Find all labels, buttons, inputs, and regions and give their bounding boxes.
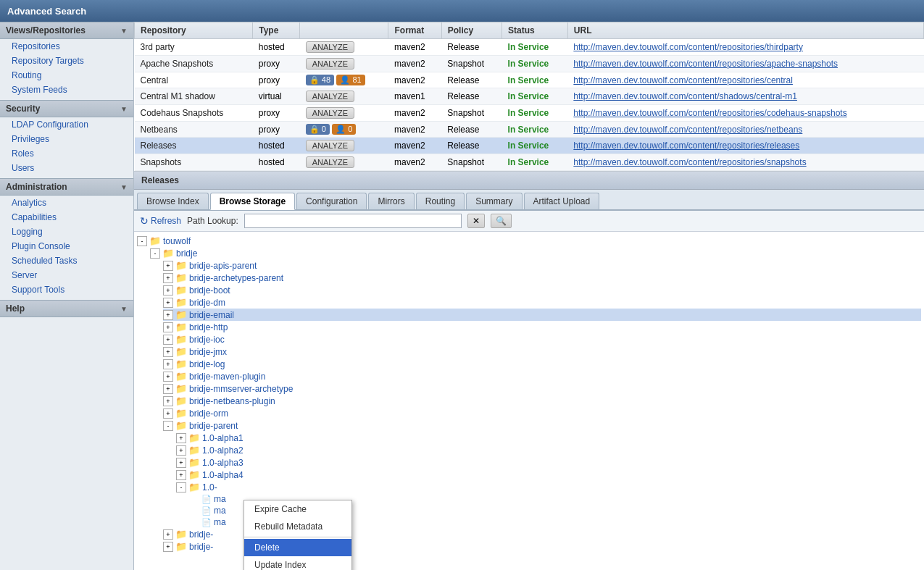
repo-url-link[interactable]: http://maven.dev.touwolf.com/content/rep…	[573, 108, 846, 118]
repo-url[interactable]: http://maven.dev.touwolf.com/content/rep…	[567, 154, 923, 171]
tab-artifact-upload[interactable]: Artifact Upload	[524, 193, 600, 209]
analyze-button[interactable]: ANALYZE	[306, 140, 354, 151]
expand-icon[interactable]: +	[163, 372, 173, 382]
sidebar-section-security[interactable]: Security▼	[0, 100, 133, 117]
tree-node[interactable]: +📁bridje-apis-parent	[163, 259, 921, 272]
tab-browse-index[interactable]: Browse Index	[137, 193, 209, 209]
tree-node[interactable]: +📁bridje-dm	[163, 296, 921, 309]
tree-node-root[interactable]: -📁touwolf	[137, 235, 921, 247]
expand-icon[interactable]: +	[163, 322, 173, 332]
repo-badge[interactable]: 🔒 0 👤 0	[300, 122, 388, 138]
repo-url-link[interactable]: http://maven.dev.touwolf.com/content/rep…	[573, 75, 793, 85]
tree-node[interactable]: +📁bridje-maven-plugin	[163, 370, 921, 382]
expand-icon[interactable]: +	[176, 445, 186, 456]
repo-badge[interactable]: ANALYZE	[300, 105, 388, 122]
tree-node[interactable]: +📁bridje-log	[163, 358, 921, 370]
analyze-button[interactable]: ANALYZE	[306, 58, 354, 70]
sidebar-item-routing[interactable]: Routing	[0, 68, 133, 83]
table-row[interactable]: Centralproxy🔒 48 👤 81maven2ReleaseIn Ser…	[135, 72, 924, 88]
tab-browse-storage[interactable]: Browse Storage	[210, 193, 295, 210]
tree-node[interactable]: +📁bridje-boot	[163, 284, 921, 296]
sidebar-item-ldap-config[interactable]: LDAP Configuration	[0, 117, 133, 132]
tree-node[interactable]: +📁bridje-http	[163, 321, 921, 333]
tree-node[interactable]: +📁bridje-netbeans-plugin	[163, 395, 921, 407]
expand-icon[interactable]: +	[163, 298, 173, 308]
path-lookup-input[interactable]	[244, 214, 462, 228]
expand-icon[interactable]: +	[163, 285, 173, 296]
expand-icon[interactable]: +	[176, 458, 186, 468]
refresh-button[interactable]: ↻ Refresh	[140, 215, 181, 227]
expand-icon[interactable]: -	[176, 482, 186, 493]
tab-configuration[interactable]: Configuration	[296, 193, 367, 209]
table-row[interactable]: Codehaus SnapshotsproxyANALYZEmaven2Snap…	[135, 105, 924, 122]
sidebar-item-capabilities[interactable]: Capabilities	[0, 210, 133, 225]
tab-mirrors[interactable]: Mirrors	[368, 193, 414, 209]
repo-url[interactable]: http://maven.dev.touwolf.com/content/sha…	[567, 88, 923, 105]
sidebar-item-privileges[interactable]: Privileges	[0, 132, 133, 146]
repo-url[interactable]: http://maven.dev.touwolf.com/content/rep…	[567, 122, 923, 138]
repo-badge[interactable]: 🔒 48 👤 81	[300, 72, 388, 88]
analyze-button[interactable]: ANALYZE	[306, 107, 354, 119]
repo-url-link[interactable]: http://maven.dev.touwolf.com/content/rep…	[573, 141, 799, 151]
sidebar-item-analytics[interactable]: Analytics	[0, 196, 133, 210]
expand-icon[interactable]: +	[163, 347, 173, 357]
tree-node[interactable]: +📁bridje-orm	[163, 407, 921, 419]
sidebar-item-plugin-console[interactable]: Plugin Console	[0, 239, 133, 253]
repo-badge[interactable]: ANALYZE	[300, 56, 388, 72]
table-row[interactable]: 3rd partyhostedANALYZEmaven2ReleaseIn Se…	[135, 39, 924, 56]
context-menu-item-expire-cache[interactable]: Expire Cache	[244, 500, 351, 518]
tree-node[interactable]: +📁1.0-alpha2	[176, 444, 921, 456]
table-row[interactable]: SnapshotshostedANALYZEmaven2SnapshotIn S…	[135, 154, 924, 171]
analyze-button[interactable]: ANALYZE	[306, 156, 354, 168]
search-button[interactable]: 🔍	[491, 214, 512, 228]
repo-badge[interactable]: ANALYZE	[300, 88, 388, 105]
table-row[interactable]: ReleaseshostedANALYZEmaven2ReleaseIn Ser…	[135, 138, 924, 154]
sidebar-item-users[interactable]: Users	[0, 161, 133, 175]
clear-button[interactable]: ✕	[467, 214, 485, 228]
tree-node[interactable]: +📁1.0-alpha4	[176, 469, 921, 481]
expand-icon[interactable]: +	[163, 408, 173, 419]
tree-node[interactable]: +📁1.0-alpha1	[176, 432, 921, 444]
tree-node[interactable]: +📁1.0-alpha3	[176, 456, 921, 469]
tree-node[interactable]: -📁1.0-	[176, 481, 921, 493]
expand-icon[interactable]: +	[163, 542, 173, 552]
context-menu-item-rebuild-metadata[interactable]: Rebuild Metadata	[244, 518, 351, 535]
sidebar-section-views-repos[interactable]: Views/Repositories▼	[0, 22, 133, 39]
tree-node[interactable]: +📁bridje-mmserver-archetype	[163, 382, 921, 395]
expand-icon[interactable]: +	[163, 335, 173, 345]
expand-icon[interactable]: -	[150, 248, 160, 259]
repo-url[interactable]: http://maven.dev.touwolf.com/content/rep…	[567, 39, 923, 56]
tree-node[interactable]: +📁bridje-jmx	[163, 345, 921, 358]
sidebar-item-server[interactable]: Server	[0, 268, 133, 282]
repo-url-link[interactable]: http://maven.dev.touwolf.com/content/sha…	[573, 91, 797, 101]
expand-icon[interactable]: -	[137, 236, 147, 246]
expand-icon[interactable]: +	[176, 470, 186, 480]
expand-icon[interactable]: +	[163, 529, 173, 540]
repo-url[interactable]: http://maven.dev.touwolf.com/content/rep…	[567, 105, 923, 122]
repo-url-link[interactable]: http://maven.dev.touwolf.com/content/rep…	[573, 59, 838, 69]
expand-icon[interactable]: +	[163, 310, 173, 320]
context-menu-item-delete[interactable]: Delete	[244, 539, 351, 556]
table-row[interactable]: Netbeansproxy🔒 0 👤 0maven2ReleaseIn Serv…	[135, 122, 924, 138]
tree-node[interactable]: +📁bridje-email	[163, 309, 921, 321]
expand-icon[interactable]: +	[176, 433, 186, 443]
table-row[interactable]: Apache SnapshotsproxyANALYZEmaven2Snapsh…	[135, 56, 924, 72]
tree-node[interactable]: +📁bridje-ioc	[163, 333, 921, 345]
sidebar-section-administration[interactable]: Administration▼	[0, 178, 133, 196]
analyze-button[interactable]: ANALYZE	[306, 41, 354, 53]
expand-icon[interactable]: +	[163, 273, 173, 283]
tree-node[interactable]: -📁bridje-parent	[163, 419, 921, 432]
sidebar-item-repositories[interactable]: Repositories	[0, 39, 133, 54]
sidebar-item-repository-targets[interactable]: Repository Targets	[0, 54, 133, 68]
repo-url-link[interactable]: http://maven.dev.touwolf.com/content/rep…	[573, 157, 806, 167]
sidebar-item-system-feeds[interactable]: System Feeds	[0, 83, 133, 97]
sidebar-item-logging[interactable]: Logging	[0, 225, 133, 239]
expand-icon[interactable]: +	[163, 384, 173, 394]
repo-url[interactable]: http://maven.dev.touwolf.com/content/rep…	[567, 56, 923, 72]
tree-node[interactable]: +📁bridje-archetypes-parent	[163, 272, 921, 284]
expand-icon[interactable]: +	[163, 359, 173, 369]
expand-icon[interactable]: +	[163, 261, 173, 271]
sidebar-item-support-tools[interactable]: Support Tools	[0, 282, 133, 297]
repo-badge[interactable]: ANALYZE	[300, 154, 388, 171]
tab-summary[interactable]: Summary	[466, 193, 522, 209]
